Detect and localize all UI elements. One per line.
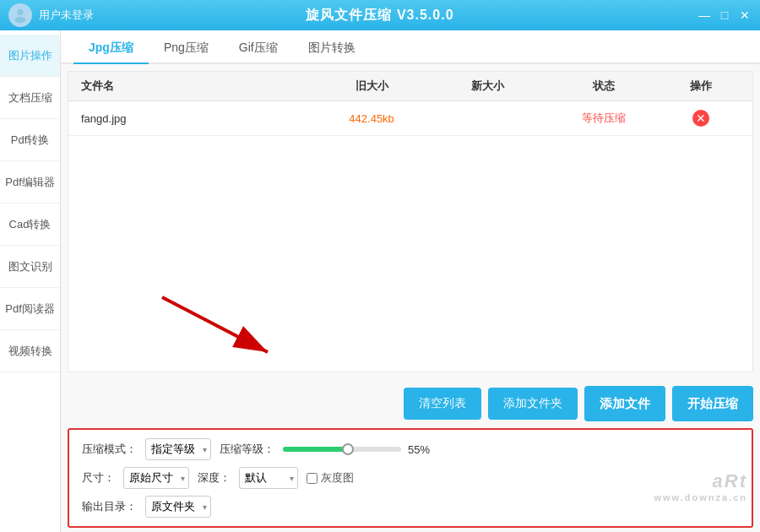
sidebar-item-pdf-reader[interactable]: Pdf阅读器 <box>0 288 60 330</box>
tabbar: Jpg压缩 Png压缩 Gif压缩 图片转换 <box>61 30 760 64</box>
maximize-button[interactable]: □ <box>718 8 731 22</box>
titlebar-left: 用户未登录 <box>8 3 94 27</box>
user-label: 用户未登录 <box>39 8 94 23</box>
tab-convert[interactable]: 图片转换 <box>293 34 371 64</box>
content-wrapper: Jpg压缩 Png压缩 Gif压缩 图片转换 文件名 旧大小 新大小 状态 操作… <box>61 30 760 532</box>
sidebar-item-cad-label: Cad转换 <box>9 217 52 232</box>
cell-status: 等待压缩 <box>546 111 663 126</box>
settings-row-output: 输出目录： 原文件夹 <box>82 496 739 518</box>
window-controls: — □ ✕ <box>698 8 752 22</box>
grayscale-checkbox-label[interactable]: 灰度图 <box>307 470 354 486</box>
depth-label: 深度： <box>198 470 231 486</box>
level-label: 压缩等级： <box>220 442 274 457</box>
sidebar-item-image-label: 图片操作 <box>8 48 52 63</box>
bottom-toolbar: 清空列表 添加文件夹 添加文件 开始压缩 <box>61 379 760 428</box>
settings-area: 压缩模式： 指定等级 压缩等级： 55% 尺寸： <box>68 428 753 528</box>
table-header: 文件名 旧大小 新大小 状态 操作 <box>68 72 752 101</box>
output-select[interactable]: 原文件夹 <box>145 496 211 518</box>
sidebar-item-doc-label: 文档压缩 <box>8 90 52 106</box>
delete-icon[interactable]: ✕ <box>692 110 709 127</box>
mode-value: 指定等级 <box>151 442 195 457</box>
minimize-button[interactable]: — <box>698 8 711 22</box>
sidebar-item-doc[interactable]: 文档压缩 <box>0 77 60 119</box>
file-list-area: 文件名 旧大小 新大小 状态 操作 fangd.jpg 442.45kb 等待压… <box>68 71 753 372</box>
table-row: fangd.jpg 442.45kb 等待压缩 ✕ <box>68 101 752 136</box>
avatar <box>8 3 32 27</box>
svg-point-1 <box>15 17 26 23</box>
size-value: 原始尺寸 <box>129 470 173 486</box>
sidebar-item-ocr[interactable]: 图文识别 <box>0 246 60 288</box>
clear-button[interactable]: 清空列表 <box>404 388 481 420</box>
slider-track[interactable] <box>283 447 401 452</box>
tab-gif[interactable]: Gif压缩 <box>224 34 293 64</box>
sidebar: 图片操作 文档压缩 Pdf转换 Pdf编辑器 Cad转换 图文识别 Pdf阅读器… <box>0 30 61 532</box>
sidebar-item-video[interactable]: 视频转换 <box>0 330 60 372</box>
header-status: 状态 <box>546 79 663 94</box>
header-filename: 文件名 <box>81 79 313 94</box>
titlebar: 用户未登录 旋风文件压缩 V3.5.0.0 — □ ✕ <box>0 0 760 30</box>
slider-thumb[interactable] <box>342 443 354 455</box>
sidebar-item-pdf-editor[interactable]: Pdf编辑器 <box>0 161 60 204</box>
add-file-button[interactable]: 添加文件 <box>584 386 665 421</box>
header-newsize: 新大小 <box>430 79 546 94</box>
sidebar-item-ocr-label: 图文识别 <box>8 259 52 274</box>
app-title: 旋风文件压缩 V3.5.0.0 <box>306 7 453 24</box>
sidebar-item-pdf-reader-label: Pdf阅读器 <box>5 301 55 317</box>
sidebar-item-pdf-convert-label: Pdf转换 <box>11 133 50 148</box>
header-action: 操作 <box>662 79 740 94</box>
user-icon <box>11 6 30 24</box>
grayscale-checkbox[interactable] <box>307 473 318 484</box>
header-oldsize: 旧大小 <box>313 79 430 94</box>
sidebar-item-video-label: 视频转换 <box>8 344 52 359</box>
sidebar-item-pdf-editor-label: Pdf编辑器 <box>5 175 55 190</box>
output-label: 输出目录： <box>82 499 137 514</box>
slider-fill <box>283 447 348 452</box>
settings-row-mode: 压缩模式： 指定等级 压缩等级： 55% <box>82 438 739 460</box>
content: Jpg压缩 Png压缩 Gif压缩 图片转换 文件名 旧大小 新大小 状态 操作… <box>61 30 760 532</box>
sidebar-item-cad[interactable]: Cad转换 <box>0 204 60 246</box>
output-value: 原文件夹 <box>151 499 195 514</box>
close-button[interactable]: ✕ <box>738 8 752 22</box>
slider-percent: 55% <box>408 443 430 456</box>
start-button[interactable]: 开始压缩 <box>672 386 753 421</box>
mode-label: 压缩模式： <box>82 442 137 457</box>
depth-value: 默认 <box>245 470 267 486</box>
cell-filename: fangd.jpg <box>81 112 313 125</box>
grayscale-label: 灰度图 <box>321 470 354 486</box>
tab-png[interactable]: Png压缩 <box>149 34 224 64</box>
sidebar-item-image[interactable]: 图片操作 <box>0 35 60 77</box>
tab-jpg[interactable]: Jpg压缩 <box>73 34 149 64</box>
svg-point-0 <box>17 9 23 15</box>
depth-select[interactable]: 默认 <box>239 467 298 489</box>
mode-select[interactable]: 指定等级 <box>145 438 211 460</box>
size-label: 尺寸： <box>82 470 115 486</box>
main-container: 图片操作 文档压缩 Pdf转换 Pdf编辑器 Cad转换 图文识别 Pdf阅读器… <box>0 30 760 532</box>
cell-oldsize: 442.45kb <box>313 112 430 125</box>
sidebar-item-pdf-convert[interactable]: Pdf转换 <box>0 119 60 161</box>
cell-action: ✕ <box>662 110 740 127</box>
slider-container: 55% <box>283 443 430 456</box>
size-select[interactable]: 原始尺寸 <box>123 467 189 489</box>
settings-row-size: 尺寸： 原始尺寸 深度： 默认 灰度图 <box>82 467 739 489</box>
add-folder-button[interactable]: 添加文件夹 <box>488 388 578 420</box>
